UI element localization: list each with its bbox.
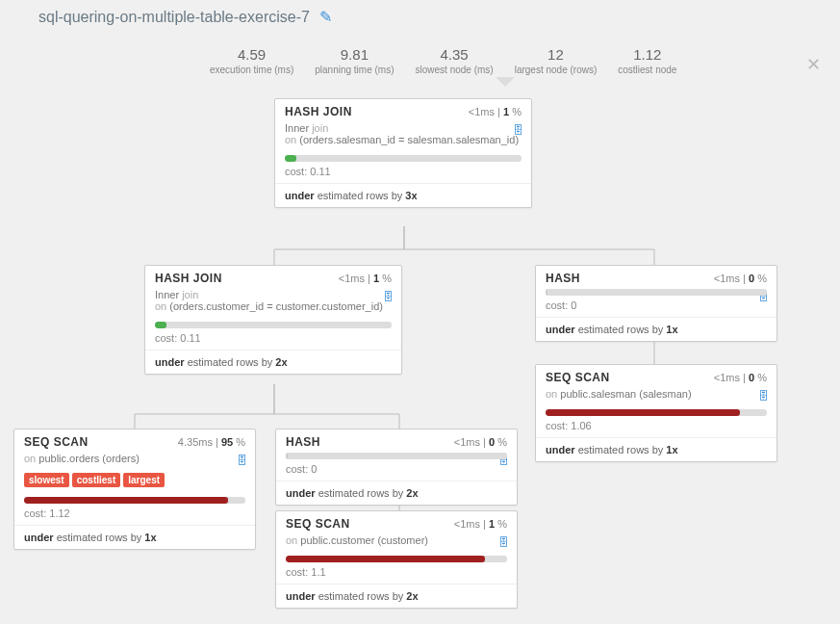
- estimate-row: under estimated rows by 2x: [276, 585, 517, 608]
- stat-large: 12largest node (rows): [515, 46, 598, 75]
- node-meta: 4.35ms | 95 %: [178, 436, 245, 448]
- plan-node-hash-join-left[interactable]: HASH JOIN<1ms | 1 % 🗄 Inner join on (ord…: [144, 265, 402, 375]
- tag-slowest: slowest: [24, 473, 69, 487]
- stat-plan: 9.81planning time (ms): [315, 46, 394, 75]
- cost-bar: [155, 322, 392, 328]
- node-meta: <1ms | 1 %: [469, 106, 522, 117]
- plan-node-hash-mid[interactable]: HASH<1ms | 0 % 🗄 cost: 0 under estimated…: [275, 429, 518, 506]
- database-icon: 🗄: [758, 390, 769, 402]
- node-meta: <1ms | 0 %: [714, 372, 767, 383]
- node-title: HASH JOIN: [285, 105, 352, 118]
- node-meta: <1ms | 1 %: [339, 273, 392, 284]
- join-condition: (orders.customer_id = customer.customer_…: [169, 300, 383, 312]
- cost-bar: [24, 497, 245, 504]
- plan-node-hash-join-root[interactable]: HASH JOIN<1ms | 1 % 🗄 Inner join on (ord…: [274, 98, 532, 208]
- stat-cost: 1.12costliest node: [618, 46, 676, 75]
- plan-node-seqscan-orders[interactable]: SEQ SCAN4.35ms | 95 % 🗄on public.orders …: [13, 429, 256, 550]
- database-icon: 🗄: [237, 455, 247, 466]
- page-title: sql-quering-on-multiple-table-exercise-7: [38, 9, 310, 25]
- tag-costliest: costliest: [72, 473, 121, 487]
- database-icon: 🗄: [498, 536, 509, 548]
- cost-bar: [286, 556, 507, 562]
- plan-node-seqscan-salesman[interactable]: SEQ SCAN<1ms | 0 % 🗄on public.salesman (…: [535, 364, 777, 462]
- cost-row: cost: 0.11: [145, 330, 401, 351]
- cost-row: cost: 0: [536, 298, 776, 318]
- scan-target: public.salesman (salesman): [560, 388, 691, 400]
- cost-row: cost: 0.11: [275, 164, 531, 184]
- plan-node-seqscan-customer[interactable]: SEQ SCAN<1ms | 1 % 🗄on public.customer (…: [275, 510, 518, 609]
- node-title: SEQ SCAN: [286, 517, 350, 531]
- node-title: SEQ SCAN: [24, 435, 89, 449]
- stats-arrow: [496, 77, 515, 87]
- estimate-row: under estimated rows by 1x: [536, 318, 776, 341]
- node-title: HASH: [546, 272, 580, 285]
- stats-bar: 4.59execution time (ms) 9.81planning tim…: [202, 40, 684, 79]
- stat-exec: 4.59execution time (ms): [210, 46, 293, 75]
- database-icon: 🗄: [513, 124, 523, 136]
- node-title: HASH JOIN: [155, 272, 222, 285]
- database-icon: 🗄: [383, 291, 394, 302]
- cost-row: cost: 1.12: [14, 506, 255, 526]
- estimate-row: under estimated rows by 3x: [275, 184, 531, 207]
- plan-node-hash-right[interactable]: HASH<1ms | 0 % 🗄 cost: 0 under estimated…: [535, 265, 777, 342]
- cost-bar: [286, 453, 507, 459]
- estimate-row: under estimated rows by 1x: [14, 526, 255, 549]
- node-title: SEQ SCAN: [546, 371, 610, 384]
- node-meta: <1ms | 1 %: [454, 518, 507, 530]
- edit-icon[interactable]: ✎: [319, 9, 332, 25]
- estimate-row: under estimated rows by 1x: [536, 438, 776, 461]
- scan-target: public.orders (orders): [38, 453, 140, 464]
- join-condition: (orders.salesman_id = salesman.salesman_…: [299, 134, 519, 145]
- cost-row: cost: 1.1: [276, 564, 517, 585]
- stat-slow: 4.35slowest node (ms): [416, 46, 494, 75]
- close-icon[interactable]: ✕: [806, 54, 821, 75]
- cost-bar: [546, 409, 767, 416]
- node-meta: <1ms | 0 %: [714, 273, 767, 284]
- estimate-row: under estimated rows by 2x: [145, 351, 401, 374]
- node-tags: slowestcostliestlargest: [14, 470, 255, 493]
- cost-bar: [285, 155, 522, 162]
- cost-row: cost: 0: [276, 461, 517, 481]
- scan-target: public.customer (customer): [300, 534, 428, 546]
- tag-largest: largest: [123, 473, 165, 487]
- cost-bar: [546, 289, 767, 296]
- node-meta: <1ms | 0 %: [454, 436, 507, 448]
- estimate-row: under estimated rows by 2x: [276, 481, 517, 505]
- cost-row: cost: 1.06: [536, 418, 776, 438]
- node-title: HASH: [286, 435, 320, 449]
